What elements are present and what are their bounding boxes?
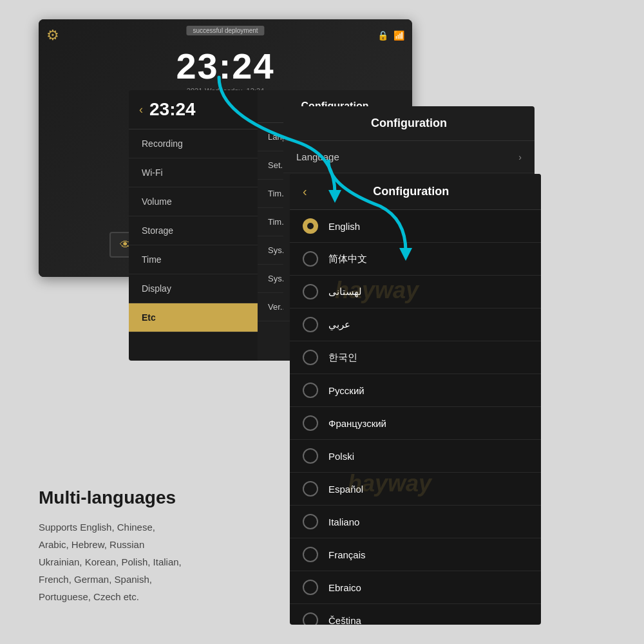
back-icon[interactable]: ‹ [139,103,143,117]
lang-name-persian: لهستانی [328,286,362,298]
radio-korean[interactable] [303,350,318,365]
lang-item-french-ru[interactable]: Французский [290,407,541,440]
lang-item-spanish[interactable]: Español [290,473,541,506]
lock-icon: 🔒 [377,30,388,41]
wifi-icon: 📶 [393,30,404,41]
radio-arabic[interactable] [303,317,318,332]
lang-name-spanish: Español [328,484,363,495]
deployment-badge: successful deployment [186,26,264,35]
radio-italian[interactable] [303,514,318,529]
info-title: Multi-languages [39,488,258,508]
lang-item-polish[interactable]: Polski [290,440,541,473]
lang-name-korean: 한국인 [328,352,357,364]
radio-spanish[interactable] [303,481,318,497]
chevron-right-icon: › [518,152,522,162]
lang-name-hebrew: Ebraico [328,582,361,593]
lang-name-french: Français [328,549,366,560]
lang-name-arabic: عربي [328,319,350,330]
info-description: Supports English, Chinese,Arabic, Hebrew… [39,518,258,605]
lang-item-russian[interactable]: Русский [290,374,541,407]
radio-french-ru[interactable] [303,415,318,431]
lang-item-hebrew[interactable]: Ebraico [290,571,541,604]
lang-name-czech: Čeština [328,615,361,625]
nav-item-etc[interactable]: Etc [129,303,258,332]
lang-name-polish: Polski [328,451,354,462]
lang-item-korean[interactable]: 한국인 [290,341,541,374]
lang-item-czech[interactable]: Čeština [290,604,541,625]
info-section: Multi-languages Supports English, Chines… [39,488,258,605]
arrow-2 [277,148,444,277]
lang-name-italian: Italiano [328,516,359,527]
radio-persian[interactable] [303,284,318,299]
radio-hebrew[interactable] [303,580,318,595]
nav-item-display[interactable]: Display [129,274,258,303]
lang-name-russian: Русский [328,385,365,396]
nav-item-time[interactable]: Time [129,245,258,274]
gear-icon: ⚙ [46,27,59,44]
lang-name-french-ru: Французский [328,418,386,429]
lang-item-italian[interactable]: Italiano [290,506,541,538]
radio-czech[interactable] [303,612,318,625]
radio-french[interactable] [303,547,318,562]
lang-item-french[interactable]: Français [290,538,541,571]
lang-item-persian[interactable]: لهستانی [290,276,541,308]
radio-russian[interactable] [303,383,318,398]
radio-polish[interactable] [303,448,318,464]
lang-item-arabic[interactable]: عربي [290,308,541,341]
nav-item-storage[interactable]: Storage [129,216,258,245]
svg-marker-1 [399,248,412,261]
monitor-status-icons: 🔒 📶 [377,30,404,41]
